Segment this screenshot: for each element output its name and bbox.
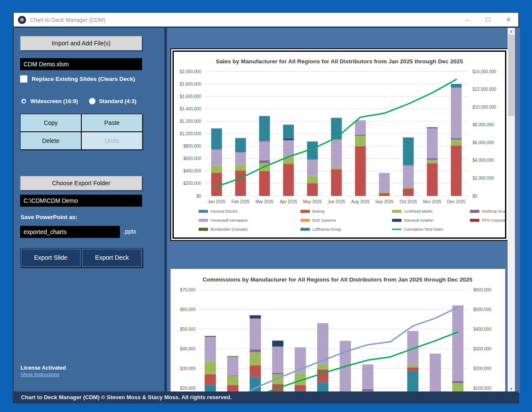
app-window: ❋ Chart to Deck Manager (CDM) – ☐ ✕ Impo…: [13, 13, 519, 403]
svg-text:$1,600,000: $1,600,000: [180, 94, 201, 99]
svg-text:$1,400,000: $1,400,000: [180, 107, 201, 111]
svg-text:$200,000: $200,000: [183, 181, 201, 186]
sidebar: Import and Add File(s) CDM Demo.xlsm Rep…: [14, 28, 164, 391]
svg-text:Mar 2025: Mar 2025: [256, 199, 274, 204]
export-path-field[interactable]: C:\CDM\CDM Demo: [20, 195, 142, 207]
svg-text:$12,000,000: $12,000,000: [473, 87, 496, 92]
maximize-button[interactable]: ☐: [484, 16, 492, 23]
svg-text:Cumulative Total Sales: Cumulative Total Sales: [404, 227, 443, 231]
svg-text:Nov 2025: Nov 2025: [423, 199, 442, 204]
scroll-up-button[interactable]: ▲: [508, 28, 515, 35]
svg-text:Northrop Grumman: Northrop Grumman: [482, 209, 505, 213]
svg-text:$6,000,000: $6,000,000: [473, 140, 494, 145]
replace-slides-checkbox[interactable]: [20, 75, 27, 83]
svg-text:$1,000,000: $1,000,000: [180, 131, 201, 136]
svg-text:$14,000,000: $14,000,000: [473, 69, 496, 74]
svg-text:Jan 2025: Jan 2025: [208, 199, 226, 204]
commissions-chart: $0$10,000$20,000$30,000$40,000$50,000$60…: [171, 269, 504, 393]
svg-text:$2,000,000: $2,000,000: [180, 69, 201, 74]
close-button[interactable]: ✕: [505, 16, 512, 23]
svg-text:$10,000,000: $10,000,000: [473, 105, 496, 110]
svg-text:$600,000: $600,000: [183, 156, 201, 161]
status-bar: Chart to Deck Manager (CDM) © Steven Mos…: [14, 391, 518, 403]
svg-text:BAE Systems: BAE Systems: [312, 218, 336, 222]
svg-text:$400,000: $400,000: [183, 169, 201, 173]
pptx-extension-label: .pptx: [123, 228, 136, 235]
svg-text:Sep 2025: Sep 2025: [375, 199, 394, 204]
svg-text:General Electric: General Electric: [211, 209, 238, 213]
choose-export-folder-button[interactable]: Choose Export Folder: [20, 176, 142, 190]
svg-text:$1,800,000: $1,800,000: [180, 82, 201, 86]
svg-text:Bombardier (Canada): Bombardier (Canada): [211, 227, 248, 231]
svg-text:$300,000: $300,000: [473, 347, 491, 351]
license-status: License Activated: [21, 365, 66, 371]
svg-text:$1,200,000: $1,200,000: [180, 119, 201, 124]
svg-text:$0: $0: [196, 194, 202, 199]
chart-panel-commissions[interactable]: $0$10,000$20,000$30,000$40,000$50,000$60…: [170, 269, 505, 393]
svg-text:Lufthansa Group: Lufthansa Group: [312, 227, 341, 231]
export-deck-button[interactable]: Export Deck: [81, 248, 143, 267]
svg-text:Honeywell Aerospace: Honeywell Aerospace: [211, 218, 248, 222]
radio-standard-label: Standard (4:3): [99, 98, 136, 104]
svg-text:Jun 2025: Jun 2025: [327, 199, 345, 204]
svg-text:$70,000: $70,000: [180, 288, 196, 292]
svg-text:$8,000,000: $8,000,000: [473, 122, 494, 127]
svg-text:$500,000: $500,000: [473, 307, 491, 312]
undo-button[interactable]: Undo: [81, 132, 143, 150]
svg-text:$200,000: $200,000: [473, 366, 491, 371]
svg-text:Sales by Manufacturer for All: Sales by Manufacturer for All Regions fo…: [216, 58, 463, 65]
radio-standard[interactable]: [89, 98, 95, 104]
svg-text:$600,000: $600,000: [473, 288, 491, 292]
copy-button[interactable]: Copy: [20, 114, 81, 132]
svg-text:Aug 2025: Aug 2025: [351, 199, 370, 204]
save-powerpoint-label: Save PowerPoint as:: [21, 214, 77, 220]
title-bar: ❋ Chart to Deck Manager (CDM) – ☐ ✕: [14, 13, 518, 27]
svg-text:$4,000,000: $4,000,000: [473, 158, 494, 163]
svg-text:Commissions by Manufacturer fo: Commissions by Manufacturer for All Regi…: [202, 276, 473, 283]
svg-text:Lockheed Martin: Lockheed Martin: [404, 209, 433, 213]
radio-widescreen[interactable]: [21, 98, 27, 104]
show-instructions-link[interactable]: Show Instructions: [21, 372, 59, 377]
svg-text:$2,000,000: $2,000,000: [473, 176, 494, 181]
replace-slides-label: Replace Existing Slides (Clears Deck): [32, 76, 135, 82]
svg-text:RTX Corporation: RTX Corporation: [482, 218, 505, 222]
chart-panel-sales[interactable]: $0$200,000$400,000$600,000$800,000$1,000…: [170, 48, 508, 241]
window-title: Chart to Deck Manager (CDM): [30, 17, 105, 23]
import-files-button[interactable]: Import and Add File(s): [20, 36, 142, 50]
scroll-thumb[interactable]: [508, 35, 514, 116]
svg-text:Boeing: Boeing: [312, 209, 324, 213]
scrollbar-track[interactable]: ▲ ▼: [508, 28, 515, 393]
minimize-button[interactable]: –: [464, 16, 471, 23]
svg-text:$50,000: $50,000: [180, 327, 196, 332]
delete-button[interactable]: Delete: [20, 132, 81, 150]
svg-text:Feb 2025: Feb 2025: [232, 199, 250, 204]
app-icon: ❋: [18, 16, 26, 24]
svg-text:$100,000: $100,000: [473, 386, 491, 391]
save-as-input[interactable]: exported_charts: [20, 226, 120, 238]
svg-text:Oct 2025: Oct 2025: [400, 199, 417, 204]
svg-text:$0: $0: [473, 194, 478, 199]
svg-text:$40,000: $40,000: [180, 347, 196, 351]
radio-widescreen-label: Widescreen (16:9): [30, 98, 78, 104]
chart-preview-area: $0$200,000$400,000$600,000$800,000$1,000…: [167, 28, 520, 393]
svg-text:Dec 2025: Dec 2025: [447, 199, 466, 204]
svg-text:$60,000: $60,000: [180, 307, 196, 312]
svg-text:May 2025: May 2025: [303, 199, 322, 204]
export-slide-button[interactable]: Export Slide: [20, 248, 81, 267]
svg-text:$20,000: $20,000: [180, 386, 196, 391]
paste-button[interactable]: Paste: [81, 114, 143, 132]
sales-chart: $0$200,000$400,000$600,000$800,000$1,000…: [174, 52, 505, 237]
svg-text:Apr 2025: Apr 2025: [280, 199, 297, 204]
svg-text:$400,000: $400,000: [473, 327, 491, 332]
loaded-file-field[interactable]: CDM Demo.xlsm: [20, 58, 142, 70]
svg-text:$800,000: $800,000: [183, 144, 201, 148]
svg-text:Dassault Aviation: Dassault Aviation: [404, 218, 434, 222]
svg-text:$30,000: $30,000: [180, 366, 196, 371]
